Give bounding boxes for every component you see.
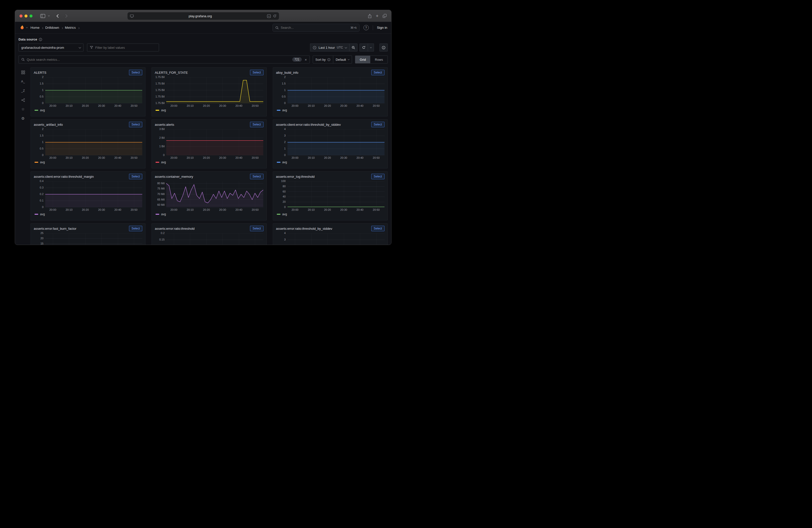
forward-button[interactable]: [62, 13, 70, 19]
refresh-interval-chevron[interactable]: [368, 44, 374, 51]
panel-select-button[interactable]: Select: [371, 70, 385, 75]
grafana-header: Home Drilldown Metrics ⌘+k ? Sign in: [15, 22, 391, 33]
view-grid-button[interactable]: Grid: [355, 56, 371, 63]
x-tick-label: 20:40: [235, 156, 243, 159]
letter-a-icon[interactable]: A_: [20, 79, 26, 84]
panel-select-button[interactable]: Select: [250, 70, 263, 75]
data-source-picker[interactable]: grafanacloud-demoinfra-prom: [18, 44, 84, 52]
quick-search-input[interactable]: 721 ×: [18, 56, 310, 63]
panel-title: asserts:error_log:threshold: [276, 175, 315, 178]
tab-group-chevron-icon[interactable]: [46, 13, 51, 19]
breadcrumb-metrics[interactable]: Metrics: [65, 26, 76, 29]
label-filter-input[interactable]: [87, 44, 159, 52]
breadcrumb-drilldown[interactable]: Drilldown: [45, 26, 59, 29]
legend-label[interactable]: avg: [161, 212, 166, 216]
y-tick-label: 60 Mil: [157, 204, 164, 206]
info-icon[interactable]: [327, 58, 331, 61]
apps-grid-icon[interactable]: [20, 70, 26, 75]
y-tick-label: 0: [42, 102, 44, 104]
y-tick-label: 100: [281, 179, 286, 182]
quick-search-field[interactable]: [27, 58, 290, 61]
chart: 21.510.50: [34, 129, 142, 155]
chart-plot[interactable]: [288, 129, 385, 155]
info-icon[interactable]: [39, 38, 42, 41]
y-tick-label: 80: [282, 185, 286, 188]
chart-plot[interactable]: [166, 181, 263, 207]
minimize-window-button[interactable]: [25, 15, 28, 17]
panel-select-button[interactable]: Select: [371, 122, 385, 127]
global-search-field[interactable]: [281, 26, 348, 29]
sort-select[interactable]: Default: [333, 56, 352, 63]
share-icon[interactable]: [368, 14, 372, 18]
panel-info-button[interactable]: [379, 44, 388, 52]
metric-panel: asserts:client:error:ratio:threshold_by_…: [273, 119, 388, 168]
time-range-picker[interactable]: Last 1 hour UTC: [310, 44, 349, 52]
new-tab-icon[interactable]: +: [376, 14, 378, 18]
back-button[interactable]: [55, 13, 62, 19]
legend-label[interactable]: avg: [282, 161, 287, 164]
legend-label[interactable]: avg: [161, 161, 166, 164]
reload-icon[interactable]: [273, 14, 276, 18]
legend-label[interactable]: avg: [282, 212, 287, 216]
chart-plot[interactable]: [45, 129, 142, 155]
chevron-right-icon: [61, 26, 63, 29]
translate-icon[interactable]: A: [267, 14, 271, 18]
chart-xaxis: 20:0020:1020:2020:3020:4020:50: [166, 155, 263, 160]
sidebar-toggle-icon[interactable]: [39, 13, 46, 19]
panel-select-button[interactable]: Select: [129, 122, 142, 127]
panel-select-button[interactable]: Select: [250, 226, 263, 231]
panel-select-button[interactable]: Select: [129, 226, 142, 231]
clear-search-icon[interactable]: ×: [305, 58, 307, 62]
refresh-icon[interactable]: [360, 44, 368, 51]
chart-plot[interactable]: [166, 129, 263, 155]
x-tick-label: 20:20: [324, 104, 331, 107]
page-content: Data source grafanacloud-demoinfra-prom: [15, 33, 391, 245]
chart: 100806040200: [276, 181, 385, 207]
y-tick-label: 0.2: [40, 192, 44, 195]
legend-label[interactable]: avg: [282, 108, 287, 112]
global-search-input[interactable]: ⌘+k: [273, 24, 360, 32]
org-chevron-icon[interactable]: [26, 27, 28, 28]
panel-select-button[interactable]: Select: [250, 174, 263, 179]
address-bar[interactable]: play.grafana.org A: [128, 12, 279, 20]
star-icon[interactable]: ☆: [20, 107, 26, 112]
panel-select-button[interactable]: Select: [371, 174, 385, 179]
grafana-logo[interactable]: [19, 25, 25, 30]
zoom-out-time-button[interactable]: [349, 44, 358, 52]
sign-in-button[interactable]: Sign in: [377, 26, 387, 29]
panel-select-button[interactable]: Select: [129, 174, 142, 179]
chart-plot[interactable]: [166, 233, 263, 245]
chart-plot[interactable]: [166, 77, 263, 103]
chart-plot[interactable]: [288, 77, 385, 103]
y-tick-label: 1: [284, 147, 286, 150]
chart-plot[interactable]: [45, 181, 142, 207]
chart-plot[interactable]: [45, 233, 142, 245]
x-tick-label: 20:10: [66, 156, 72, 159]
close-window-button[interactable]: [19, 15, 23, 17]
panel-select-button[interactable]: Select: [371, 226, 385, 231]
gear-icon[interactable]: ⚙: [20, 116, 26, 121]
y-tick-label: 1 Bil: [159, 145, 164, 148]
label-filter-field[interactable]: [95, 46, 156, 49]
legend-label[interactable]: avg: [161, 108, 166, 112]
chart-plot[interactable]: [288, 181, 385, 207]
legend-label[interactable]: avg: [40, 161, 45, 164]
legend-label[interactable]: avg: [40, 212, 45, 216]
search-shortcut: ⌘+k: [350, 26, 357, 29]
panel-select-button[interactable]: Select: [250, 122, 263, 127]
chart-plot[interactable]: [288, 233, 385, 245]
letter-z-icon[interactable]: _Z: [20, 88, 26, 93]
y-tick-label: 3 Bil: [159, 128, 164, 131]
chart-plot[interactable]: [45, 77, 142, 103]
breadcrumb-home[interactable]: Home: [30, 26, 40, 29]
x-tick-label: 20:40: [357, 208, 363, 211]
help-icon[interactable]: ?: [363, 25, 369, 30]
tab-overview-icon[interactable]: [382, 14, 387, 18]
panel-select-button[interactable]: Select: [129, 70, 142, 75]
legend-label[interactable]: avg: [40, 108, 45, 112]
x-tick-label: 20:00: [291, 156, 299, 159]
relations-icon[interactable]: [20, 98, 26, 103]
x-tick-label: 20:20: [82, 156, 89, 159]
zoom-window-button[interactable]: [29, 15, 32, 17]
view-rows-button[interactable]: Rows: [370, 56, 388, 63]
